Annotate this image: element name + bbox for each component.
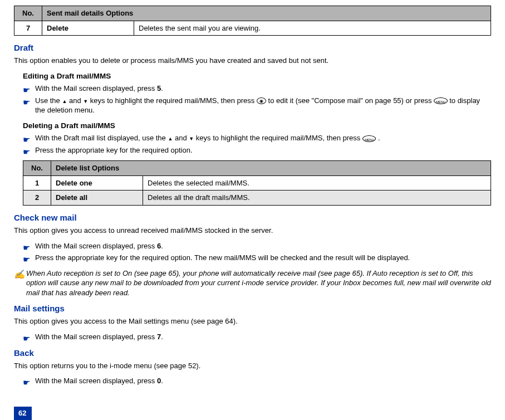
cell-no: 7 [14, 21, 42, 36]
cell-no: 2 [23, 191, 51, 206]
text: With the Mail screen displayed, press [35, 242, 157, 250]
draft-desc: This option enables you to delete or pro… [14, 56, 491, 66]
text: keys to highlight the required mail/MMS,… [88, 96, 257, 105]
cell-name: Delete [42, 21, 134, 36]
sent-mail-options-table: No. Sent mail details Options 7 Delete D… [14, 6, 491, 36]
hand-icon: ☛ [23, 254, 30, 265]
cell-no: 1 [23, 175, 51, 191]
text: and [67, 96, 83, 105]
editing-draft-title: Editing a Draft mail/MMS [23, 71, 491, 81]
deleting-draft-title: Deleting a Draft mail/MMS [23, 121, 491, 131]
text: . [161, 84, 163, 92]
delete-list-options-table: No. Delete list Options 1 Delete one Del… [23, 160, 491, 206]
down-arrow-icon [189, 134, 194, 142]
text: With the Mail screen displayed, press [35, 377, 157, 385]
text: With the Mail screen displayed, press [35, 84, 157, 92]
note-text: When Auto reception is set to On (see pa… [26, 268, 491, 298]
text: With the Mail screen displayed, press [35, 333, 157, 341]
list-item: ☛ With the Mail screen displayed, press … [23, 84, 491, 94]
text: Use the [35, 96, 62, 105]
hand-icon: ☛ [23, 242, 30, 253]
up-arrow-icon [62, 96, 67, 105]
table-header-no: No. [14, 6, 42, 21]
mail-settings-desc: This option gives you access to the Mail… [14, 316, 491, 326]
text: . [161, 377, 163, 385]
cell-desc: Deletes all the draft mails/MMS. [143, 191, 491, 206]
check-new-mail-desc: This option gives you access to unread r… [14, 226, 491, 236]
menu-key-icon: MENU [434, 97, 447, 104]
text: . [376, 134, 380, 142]
back-title: Back [14, 348, 491, 359]
text: With the Draft mail list displayed, use … [35, 134, 168, 142]
cell-desc: Deletes the selected mail/MMS. [143, 175, 491, 191]
text: . [161, 242, 163, 250]
menu-key-icon: MENU [362, 135, 376, 142]
list-item: ☛ With the Mail screen displayed, press … [23, 241, 491, 251]
page-number: 62 [14, 407, 32, 420]
text: and [173, 134, 189, 142]
back-steps: ☛ With the Mail screen displayed, press … [23, 376, 491, 386]
text: keys to highlight the required mail/MMS,… [194, 134, 362, 142]
check-new-mail-steps: ☛ With the Mail screen displayed, press … [23, 241, 491, 263]
center-key-icon [257, 97, 266, 104]
list-item: ☛ Press the appropriate key for the requ… [23, 253, 491, 263]
list-item: ☛ Press the appropriate key for the requ… [23, 145, 491, 155]
text: to edit it (see "Compose mail" on page 5… [266, 96, 434, 105]
table-row: 2 Delete all Deletes all the draft mails… [23, 191, 491, 206]
hand-icon: ☛ [23, 134, 30, 145]
text: Press the appropriate key for the requir… [35, 146, 193, 154]
mail-settings-steps: ☛ With the Mail screen displayed, press … [23, 332, 491, 342]
draft-title: Draft [14, 42, 491, 53]
text: Press the appropriate key for the requir… [35, 253, 410, 262]
list-item: ☛ With the Draft mail list displayed, us… [23, 133, 491, 143]
cell-desc: Deletes the sent mail you are viewing. [134, 21, 491, 36]
table-row: 1 Delete one Deletes the selected mail/M… [23, 175, 491, 191]
hand-icon: ☛ [23, 97, 30, 108]
back-desc: This option returns you to the i-mode me… [14, 361, 491, 371]
note-icon: ✍ [14, 268, 26, 281]
table-header-no: No. [23, 161, 51, 176]
cell-name: Delete all [51, 191, 143, 206]
text: . [161, 333, 163, 341]
editing-draft-steps: ☛ With the Mail screen displayed, press … [23, 84, 491, 115]
table-row: 7 Delete Deletes the sent mail you are v… [14, 21, 491, 36]
check-new-mail-title: Check new mail [14, 212, 491, 223]
note: ✍ When Auto reception is set to On (see … [14, 268, 491, 298]
table-header-options: Sent mail details Options [42, 6, 491, 21]
table-header-options: Delete list Options [51, 161, 491, 176]
list-item: ☛ With the Mail screen displayed, press … [23, 332, 491, 342]
deleting-draft-steps: ☛ With the Draft mail list displayed, us… [23, 133, 491, 155]
hand-icon: ☛ [23, 377, 30, 388]
list-item: ☛ With the Mail screen displayed, press … [23, 376, 491, 386]
list-item: ☛ Use the and keys to highlight the requ… [23, 96, 491, 115]
down-arrow-icon [83, 96, 88, 105]
hand-icon: ☛ [23, 85, 30, 96]
cell-name: Delete one [51, 175, 143, 191]
hand-icon: ☛ [23, 146, 30, 158]
mail-settings-title: Mail settings [14, 303, 491, 314]
hand-icon: ☛ [23, 333, 30, 344]
